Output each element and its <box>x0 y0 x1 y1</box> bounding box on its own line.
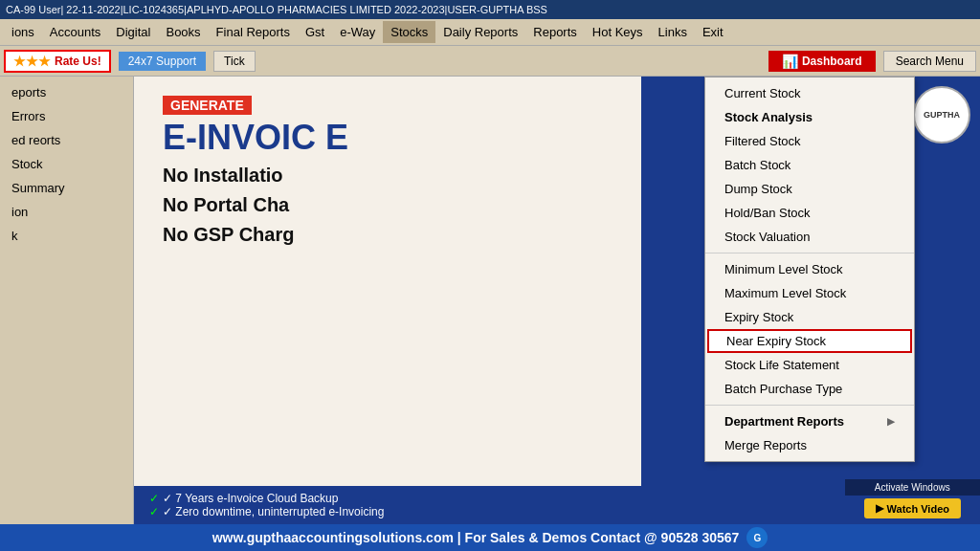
logo: GUPTHA <box>913 86 970 143</box>
menu-books[interactable]: Books <box>158 21 208 43</box>
menu-stock-life-statement[interactable]: Stock Life Statement <box>705 353 914 377</box>
menu-final-reports[interactable]: Final Reports <box>209 21 298 43</box>
department-reports-label: Department Reports <box>724 414 844 429</box>
ad-title-text: E-INVOIC <box>163 118 316 157</box>
footer: www.gupthaaccountingsolutions.com | For … <box>0 524 980 551</box>
ad-title: E-INVOIC E <box>163 119 612 157</box>
activate-notice: Activate Windows <box>845 479 980 496</box>
sidebar-item-stock[interactable]: Stock <box>0 152 133 176</box>
stars-icon: ★★★ <box>13 54 51 69</box>
ad-bottom-line2: ✓✓ Zero downtime, uninterrupted e-Invoic… <box>149 505 626 518</box>
ad-line3: No GSP Charg <box>163 224 612 246</box>
title-bar: CA-99 User| 22-11-2022|LIC-1024365|APLHY… <box>0 0 980 19</box>
menu-gst[interactable]: Gst <box>298 21 332 43</box>
dropdown-menu: Current Stock Stock Analysis Filtered St… <box>704 77 915 462</box>
ad-line1: No Installatio <box>163 165 612 187</box>
ad-bottom-strip: ✓✓ 7 Years e-Invoice Cloud Backup ✓✓ Zer… <box>134 486 641 524</box>
menu-hot-keys[interactable]: Hot Keys <box>585 21 651 43</box>
menu-minimum-level-stock[interactable]: Minimum Level Stock <box>705 257 914 281</box>
arrow-icon: ▶ <box>887 416 895 427</box>
menu-dump-stock[interactable]: Dump Stock <box>705 177 914 201</box>
footer-logo-icon: G <box>746 527 768 548</box>
activate-text: Activate Windows <box>875 482 950 493</box>
ad-line2: No Portal Cha <box>163 194 612 216</box>
menu-reports[interactable]: Reports <box>525 21 585 43</box>
menu-filtered-stock[interactable]: Filtered Stock <box>705 129 914 153</box>
sidebar-item-ion[interactable]: ion <box>0 200 133 224</box>
footer-text: www.gupthaaccountingsolutions.com | For … <box>212 530 740 545</box>
menu-department-reports-header[interactable]: Department Reports ▶ <box>705 409 914 433</box>
ad-generate-label: GENERATE <box>163 96 252 115</box>
sidebar-item-reports[interactable]: eports <box>0 80 133 104</box>
sidebar: eports Errors ed reorts Stock Summary io… <box>0 77 134 524</box>
ad-bottom-line1: ✓✓ 7 Years e-Invoice Cloud Backup <box>149 492 626 505</box>
menu-stock-analysis-header: Stock Analysis <box>705 105 914 129</box>
menu-digital[interactable]: Digital <box>108 21 158 43</box>
menu-hold-ban-stock[interactable]: Hold/Ban Stock <box>705 201 914 225</box>
menu-current-stock[interactable]: Current Stock <box>705 81 914 105</box>
menu-batch-purchase-type[interactable]: Batch Purchase Type <box>705 377 914 401</box>
menu-near-expiry-stock[interactable]: Near Expiry Stock <box>707 329 912 353</box>
sidebar-item-errors[interactable]: Errors <box>0 104 133 128</box>
rate-us-button[interactable]: ★★★ Rate Us! <box>4 50 111 73</box>
menu-eway[interactable]: e-Way <box>332 21 383 43</box>
menu-stocks[interactable]: Stocks <box>383 21 435 43</box>
tick-button[interactable]: Tick <box>213 51 256 72</box>
rate-us-label: Rate Us! <box>55 55 101 68</box>
main-area: eports Errors ed reorts Stock Summary io… <box>0 77 980 524</box>
content-area: GENERATE E-INVOIC E No Installatio No Po… <box>134 77 980 524</box>
menu-stock-valuation[interactable]: Stock Valuation <box>705 225 914 249</box>
menu-bar: ions Accounts Digital Books Final Report… <box>0 19 980 46</box>
sidebar-item-k[interactable]: k <box>0 224 133 248</box>
menu-merge-reports[interactable]: Merge Reports <box>705 433 914 457</box>
menu-daily-reports[interactable]: Daily Reports <box>435 21 525 43</box>
ad-title-e: E <box>325 118 348 157</box>
dashboard-button[interactable]: 📊 Dashboard <box>768 51 876 72</box>
menu-options[interactable]: ions <box>4 21 42 43</box>
menu-expiry-stock[interactable]: Expiry Stock <box>705 305 914 329</box>
title-text: CA-99 User| 22-11-2022|LIC-1024365|APLHY… <box>6 4 547 15</box>
watch-video-label: Watch Video <box>887 503 949 515</box>
menu-maximum-level-stock[interactable]: Maximum Level Stock <box>705 281 914 305</box>
toolbar: ★★★ Rate Us! 24x7 Support Tick 📊 Dashboa… <box>0 46 980 77</box>
separator-1 <box>705 253 914 253</box>
sidebar-item-summary[interactable]: Summary <box>0 176 133 200</box>
sidebar-item-ed-reports[interactable]: ed reorts <box>0 128 133 152</box>
menu-links[interactable]: Links <box>651 21 695 43</box>
search-menu-button[interactable]: Search Menu <box>883 51 976 72</box>
menu-exit[interactable]: Exit <box>695 21 731 43</box>
dashboard-icon: 📊 <box>782 54 798 69</box>
menu-batch-stock[interactable]: Batch Stock <box>705 153 914 177</box>
ad-left: GENERATE E-INVOIC E No Installatio No Po… <box>134 77 641 524</box>
play-icon: ▶ <box>876 502 883 515</box>
separator-2 <box>705 405 914 406</box>
menu-accounts[interactable]: Accounts <box>42 21 108 43</box>
support-button[interactable]: 24x7 Support <box>119 52 206 71</box>
dashboard-label: Dashboard <box>802 55 862 68</box>
watch-video-button[interactable]: ▶ Watch Video <box>864 498 961 518</box>
